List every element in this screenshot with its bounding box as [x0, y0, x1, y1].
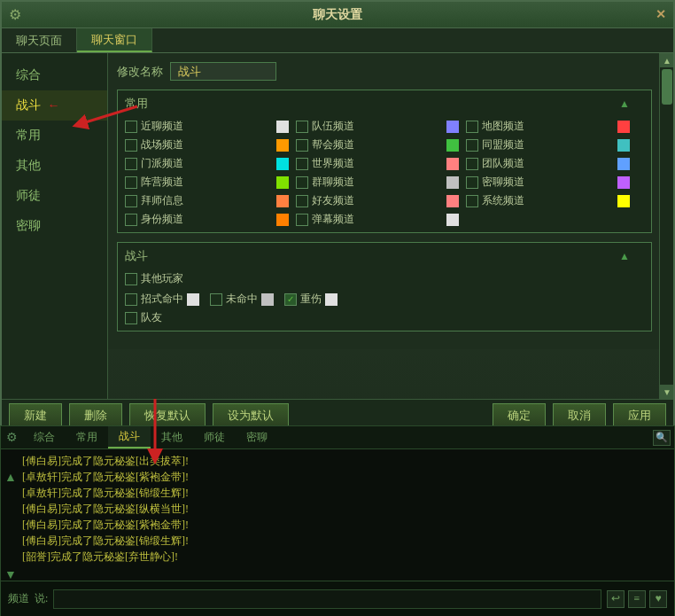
combat-miss: 未命中	[210, 292, 274, 307]
checkbox-nearcall[interactable]	[125, 121, 137, 133]
close-button[interactable]: ✕	[656, 7, 666, 22]
chat-line-3: [卓敖轩]完成了隐元秘鉴[锦缎生辉]!	[22, 485, 667, 501]
chat-channel-label: 频道	[8, 591, 29, 606]
chat-messages: [傅白易]完成了隐元秘鉴[出类拔萃]! [卓敖轩]完成了隐元秘鉴[紫袍金带]! …	[1, 449, 674, 581]
label-miss: 未命中	[226, 292, 258, 307]
chat-scroll-down-button[interactable]: ▼	[4, 568, 17, 582]
channel-color-battlefield	[276, 139, 289, 152]
checkbox-teammate[interactable]	[125, 312, 137, 324]
name-input[interactable]	[170, 62, 276, 81]
collapse-combat-icon[interactable]: ▲	[619, 250, 630, 263]
section-common-header: 常用 ▲	[125, 96, 630, 112]
checkbox-other-players[interactable]	[125, 273, 137, 285]
delete-button[interactable]: 删除	[69, 403, 122, 428]
chat-input-field[interactable]	[53, 589, 601, 609]
chat-tab-common[interactable]: 常用	[66, 426, 108, 448]
color-heavy	[325, 293, 338, 306]
checkbox-alliance[interactable]	[466, 139, 478, 152]
sidebar-item-private[interactable]: 密聊	[2, 211, 107, 241]
checkbox-guild[interactable]	[296, 139, 308, 152]
tab-bar: 聊天页面 聊天窗口	[2, 28, 673, 53]
settings-window: ⚙ 聊天设置 ✕ 聊天页面 聊天窗口 综合 战斗 ← 常用 其他 师徒 密聊 修…	[0, 0, 675, 425]
checkbox-map[interactable]	[466, 121, 478, 133]
chat-line-6: [傅白易]完成了隐元秘鉴[锦缎生辉]!	[22, 533, 667, 549]
send-icon-3[interactable]: ♥	[649, 590, 667, 608]
color-hit	[187, 293, 199, 306]
chat-tab-private[interactable]: 密聊	[236, 426, 278, 448]
checkbox-battlefield[interactable]	[125, 139, 137, 152]
channel-label-identity: 身份频道	[141, 212, 273, 227]
section-common: 常用 ▲ 近聊频道 队伍频道	[117, 90, 652, 233]
checkbox-system[interactable]	[466, 195, 478, 207]
channel-label-guild: 帮会频道	[312, 137, 444, 152]
collapse-common-icon[interactable]: ▲	[619, 97, 630, 111]
checkbox-miss[interactable]	[210, 293, 222, 306]
checkbox-group[interactable]	[296, 176, 308, 189]
chat-line-1: [傅白易]完成了隐元秘鉴[出类拔萃]!	[22, 453, 667, 469]
combat-hit: 招式命中	[125, 292, 199, 307]
tab-chat-page[interactable]: 聊天页面	[2, 28, 77, 52]
checkbox-world[interactable]	[296, 158, 308, 170]
right-panel: 修改名称 常用 ▲ 近聊频道	[108, 53, 673, 349]
channel-color-nearcall	[276, 121, 289, 133]
checkbox-identity[interactable]	[125, 214, 137, 226]
chat-input-bar: 频道 说: ↩ ≡ ♥	[1, 581, 674, 616]
new-button[interactable]: 新建	[9, 403, 62, 428]
sidebar-item-common[interactable]: 常用	[2, 121, 107, 151]
checkbox-heavy[interactable]	[284, 293, 297, 306]
cancel-button[interactable]: 取消	[553, 403, 606, 428]
name-row: 修改名称	[117, 62, 652, 81]
sidebar-item-combat[interactable]: 战斗 ←	[2, 90, 107, 121]
send-icon-2[interactable]: ≡	[628, 590, 646, 608]
channel-item-battlefield: 战场频道	[125, 137, 289, 152]
chat-scroll-up-button[interactable]: ▲	[4, 471, 17, 485]
chat-tab-apprentice[interactable]: 师徒	[193, 426, 236, 448]
checkbox-barrage[interactable]	[296, 214, 308, 226]
channel-color-alliance	[617, 139, 630, 152]
channel-color-sect	[276, 158, 289, 170]
channel-item-sect: 门派频道	[125, 156, 289, 171]
sidebar-item-apprentice[interactable]: 师徒	[2, 181, 107, 211]
label-heavy: 重伤	[300, 292, 322, 307]
tab-chat-window[interactable]: 聊天窗口	[77, 28, 152, 52]
checkbox-groupteam[interactable]	[466, 158, 478, 170]
channel-item-group: 群聊频道	[296, 175, 460, 190]
checkbox-hit[interactable]	[125, 293, 137, 306]
label-teammate: 队友	[141, 310, 630, 325]
chat-tab-bar: ⚙ 综合 常用 战斗 其他 师徒 密聊 🔍	[1, 426, 674, 449]
chat-tab-combat[interactable]: 战斗	[108, 426, 151, 448]
checkbox-teacher[interactable]	[125, 195, 137, 207]
checkbox-friend[interactable]	[296, 195, 308, 207]
chat-search-button[interactable]: 🔍	[653, 430, 671, 446]
chat-tab-other[interactable]: 其他	[151, 426, 193, 448]
channel-item-groupteam: 团队频道	[466, 156, 630, 171]
checkbox-private[interactable]	[466, 176, 478, 189]
channel-label-alliance: 同盟频道	[482, 137, 614, 152]
channel-color-team	[446, 121, 459, 133]
chat-tab-general[interactable]: 综合	[23, 426, 66, 448]
ok-button[interactable]: 确定	[493, 403, 546, 428]
channel-label-faction: 阵营频道	[141, 175, 273, 190]
scrollbar-up-button[interactable]: ▲	[660, 53, 673, 67]
chat-gear-icon[interactable]: ⚙	[1, 426, 23, 448]
set-default-button[interactable]: 设为默认	[213, 403, 289, 428]
channel-color-system	[617, 195, 630, 207]
scrollbar-down-button[interactable]: ▼	[660, 385, 673, 399]
channel-label-sect: 门派频道	[141, 156, 273, 171]
combat-heavy: 重伤	[284, 292, 338, 307]
scrollbar-thumb[interactable]	[662, 69, 672, 105]
channel-label-map: 地图频道	[482, 119, 614, 134]
checkbox-team[interactable]	[296, 121, 308, 133]
checkbox-sect[interactable]	[125, 158, 137, 170]
restore-default-button[interactable]: 恢复默认	[129, 403, 206, 428]
send-icon-1[interactable]: ↩	[607, 590, 625, 608]
apply-button[interactable]: 应用	[613, 403, 666, 428]
checkbox-faction[interactable]	[125, 176, 137, 189]
section-combat: 战斗 ▲ 其他玩家 招式命中	[117, 242, 652, 331]
sidebar-item-other[interactable]: 其他	[2, 151, 107, 181]
title-bar: ⚙ 聊天设置 ✕	[2, 2, 673, 28]
sidebar-item-general[interactable]: 综合	[2, 60, 107, 90]
channel-color-groupteam	[617, 158, 630, 170]
combat-skills-row: 招式命中 未命中 重伤	[125, 292, 630, 307]
chat-line-7: [韶誉]完成了隐元秘鉴[弃世静心]!	[22, 549, 667, 565]
